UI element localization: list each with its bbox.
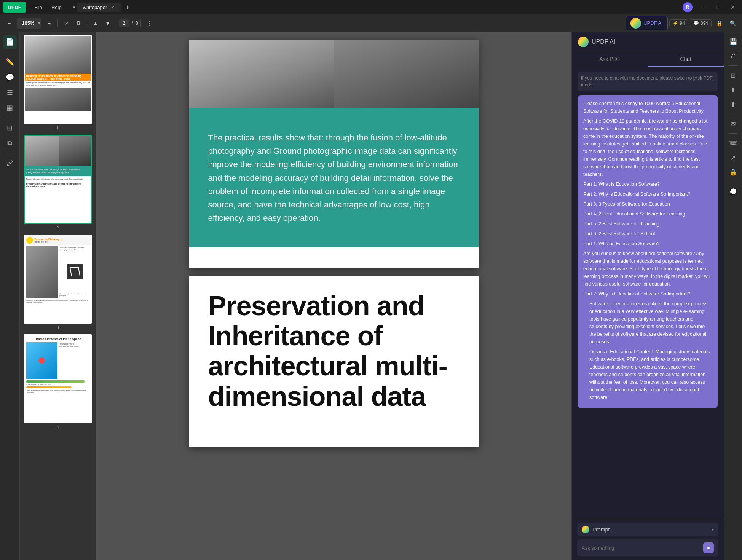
ai-panel-header: UPDF AI [572, 32, 724, 52]
sidebar-edit-icon[interactable]: ✏️ [3, 55, 17, 69]
ocr-icon[interactable]: ⌨ [727, 137, 740, 150]
ai-chat-icon[interactable]: 💭 [727, 185, 740, 198]
nav-up-btn[interactable]: ▲ [89, 17, 102, 29]
ai-tabs: Ask PDF Chat [572, 52, 724, 67]
ai-response-p12: Organize Educational Content: Managing s… [589, 348, 712, 401]
ai-response-title: Please shorten this essay to 1000 words:… [583, 100, 712, 115]
tokens-value: 894 [701, 21, 708, 26]
upload-icon[interactable]: ⬆ [727, 98, 740, 111]
page-input[interactable] [119, 19, 129, 27]
page-separator: / [132, 20, 133, 26]
share-icon[interactable]: ↗ [727, 151, 740, 164]
nav-down-btn[interactable]: ▼ [102, 17, 114, 29]
print-icon[interactable]: 🖨 [727, 49, 740, 62]
ai-response-p7: Part 6: 2 Best Software for School [583, 230, 712, 238]
ai-input-field[interactable] [582, 545, 700, 551]
download-icon[interactable]: ⬇ [727, 83, 740, 96]
mail-icon[interactable]: ✉ [727, 117, 740, 130]
right-sep4 [729, 182, 738, 182]
sidebar-table-icon[interactable]: ▦ [3, 101, 17, 115]
ai-send-btn[interactable]: ➤ [703, 542, 714, 553]
fit-page-btn[interactable]: ⧉ [72, 17, 85, 29]
fit-width-btn[interactable]: ⤢ [60, 17, 72, 29]
thumbnail-4[interactable]: Basic Elements of Plane Space I. KNOW TH… [23, 334, 93, 429]
pdf-page-large-text: Preservation and Inheritance of architec… [189, 276, 479, 447]
sidebar-pages-icon[interactable]: ⊞ [3, 121, 17, 135]
maximize-btn[interactable]: □ [712, 3, 724, 11]
sidebar-list-icon[interactable]: ☰ [3, 86, 17, 99]
tab-add-btn[interactable]: + [123, 3, 131, 11]
right-toolbar: 💾 🖨 ⊡ ⬇ ⬆ ✉ ⌨ ↗ 🔒 💭 [724, 32, 742, 560]
right-sep1 [729, 65, 738, 66]
pdf-page-2: The practical results show that: through… [189, 40, 479, 268]
ai-prompt-area: Prompt ▾ ➤ [572, 519, 724, 560]
right-sep3 [729, 133, 738, 134]
ai-prompt-label: Prompt [592, 526, 708, 533]
tab-dropdown-btn[interactable]: ▾ [73, 5, 75, 10]
tab-whitepaper[interactable]: whitepaper ✕ [77, 3, 122, 12]
thumbnail-panel: Building environment Information modelin… [20, 32, 96, 560]
zoom-out-btn[interactable]: − [3, 17, 15, 29]
ai-header-title: UPDF AI [592, 38, 615, 45]
updf-ai-btn[interactable]: UPDF AI [626, 16, 668, 30]
text-line1: reservation and [226, 290, 424, 321]
ai-response-p2: Part 1: What is Education Software? [583, 180, 712, 188]
page2-teal-text: The practical results show that: through… [208, 133, 458, 223]
text-line4: imensional data [224, 381, 426, 412]
zoom-in-btn[interactable]: + [43, 17, 55, 29]
sidebar-sep3 [5, 153, 15, 153]
zoom-control: 185% ▾ [17, 18, 41, 29]
tab-ask-pdf[interactable]: Ask PDF [572, 52, 648, 67]
ai-response-p4: Part 3: 3 Types of Software for Educatio… [583, 200, 712, 208]
ai-response-p6: Part 5: 2 Best Software for Teaching [583, 220, 712, 228]
tokens-badge: 💬 894 [690, 19, 712, 27]
ai-response-p5: Part 4: 2 Best Educational Software for … [583, 210, 712, 218]
minimize-btn[interactable]: — [698, 3, 710, 11]
thumbnail-3[interactable]: Geometric Philosophy subtitle text here … [23, 235, 93, 330]
sidebar-reader-icon[interactable]: 📄 [3, 35, 17, 49]
more-options-btn[interactable]: ⋮ [143, 17, 155, 29]
ai-response-p1: After the COVID-19 pandemic, the world h… [583, 117, 712, 178]
scan-icon[interactable]: ⊡ [727, 69, 740, 82]
titlebar: UPDF File Help ▾ whitepaper ✕ + R — □ ✕ [0, 0, 742, 14]
separator4 [140, 19, 141, 27]
toolbar: − 185% ▾ + ⤢ ⧉ ▲ ▼ / 8 ⋮ UPDF AI ⚡ 94 💬 … [0, 14, 742, 32]
menu-bar: File Help [30, 3, 65, 12]
thumbnail-2[interactable]: The practical results show that: through… [23, 135, 93, 230]
thumbnail-1[interactable]: Building environment Information modelin… [23, 35, 93, 130]
menu-help[interactable]: Help [48, 3, 65, 12]
search-toolbar-btn[interactable]: 🔍 [727, 17, 739, 29]
pdf-viewer[interactable]: The practical results show that: through… [96, 32, 571, 560]
thumbnail-1-number: 1 [56, 126, 59, 130]
save-icon[interactable]: 💾 [727, 35, 740, 48]
text-line3: rchitectural multi- [223, 351, 447, 381]
left-sidebar: 📄 ✏️ 💬 ☰ ▦ ⊞ ⧉ 🖊 [0, 32, 20, 560]
tokens-icon: 💬 [693, 21, 699, 26]
ai-prompt-selector[interactable]: Prompt ▾ [577, 523, 718, 536]
sidebar-sep1 [5, 52, 15, 52]
ai-chat-area[interactable]: If you need to chat with the document, p… [572, 67, 724, 519]
separator1 [57, 19, 58, 27]
zoom-value: 185% [18, 20, 38, 26]
right-sep2 [729, 114, 738, 114]
close-btn[interactable]: ✕ [727, 3, 739, 11]
protect-toolbar-btn[interactable]: 🔒 [713, 17, 725, 29]
protect-icon[interactable]: 🔒 [727, 166, 740, 179]
ai-response-p9: Are you curious to know about educationa… [583, 250, 712, 288]
credits-icon: ⚡ [673, 21, 678, 26]
tab-close-btn[interactable]: ✕ [110, 5, 115, 10]
tab-chat[interactable]: Chat [648, 52, 724, 67]
ai-response-p11: Software for education streamlines the c… [589, 300, 712, 346]
main-container: 📄 ✏️ 💬 ☰ ▦ ⊞ ⧉ 🖊 Building environment In… [0, 32, 742, 560]
sidebar-stack-icon[interactable]: ⧉ [3, 136, 17, 150]
sidebar-comment-icon[interactable]: 💬 [3, 70, 17, 84]
separator3 [116, 19, 116, 27]
zoom-dropdown-btn[interactable]: ▾ [38, 21, 40, 25]
ai-header-logo [578, 37, 589, 47]
sidebar-stamp-icon[interactable]: 🖊 [3, 156, 17, 170]
page-total: 8 [136, 20, 138, 26]
separator2 [87, 19, 87, 27]
menu-file[interactable]: File [30, 3, 46, 12]
sidebar-sep2 [5, 118, 15, 118]
ai-response-p8: Part 1: What is Education Software? [583, 240, 712, 247]
